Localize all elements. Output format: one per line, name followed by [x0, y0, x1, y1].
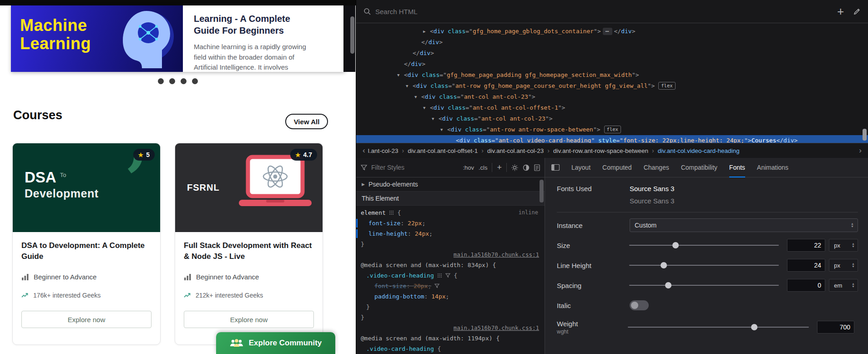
tab-fonts[interactable]: Fonts: [729, 158, 745, 177]
media-query[interactable]: @media screen and (max-width: 1194px) {: [356, 333, 545, 344]
carousel-dot[interactable]: [169, 78, 175, 84]
course-card-fullstack[interactable]: ★ 4.7 FSRNL: [175, 143, 323, 345]
size-unit-select[interactable]: px ▲▼: [829, 239, 858, 252]
selector-highlight-icon[interactable]: [437, 273, 442, 278]
selector-highlight-icon[interactable]: [389, 210, 394, 215]
weight-slider[interactable]: [628, 324, 809, 330]
tab-layout[interactable]: Layout: [571, 158, 590, 177]
explore-now-button[interactable]: Explore now: [21, 311, 151, 328]
css-declaration[interactable]: line-height: 24px;: [356, 228, 545, 239]
print-styles-icon[interactable]: [534, 164, 540, 171]
markup-line[interactable]: ▼<div class="ant-col ant-col-offset-1">: [356, 102, 868, 113]
overridden-filter-icon[interactable]: [434, 283, 439, 288]
tab-compatibility[interactable]: Compatibility: [681, 158, 717, 177]
expand-arrow[interactable]: ▼: [432, 113, 434, 124]
line-height-slider[interactable]: [629, 262, 779, 268]
search-bar[interactable]: Search HTML +: [356, 0, 868, 23]
toggle-class-button[interactable]: .cls: [479, 164, 488, 171]
code-token: =": [616, 137, 623, 143]
toggle-hover-button[interactable]: :hov: [463, 164, 474, 171]
instance-select[interactable]: Custom ▲▼: [630, 218, 858, 232]
markup-line[interactable]: ▶<div class="gfg_home_page_gblog_dots_co…: [356, 26, 868, 37]
expand-arrow[interactable]: ▼: [423, 102, 425, 113]
sidebar-toggle-icon[interactable]: [551, 164, 560, 171]
expand-arrow[interactable]: ▼: [406, 81, 408, 91]
spacing-slider[interactable]: [629, 282, 779, 288]
css-declaration[interactable]: padding-bottom: 14px;: [356, 291, 545, 302]
view-all-button[interactable]: View All: [285, 114, 328, 129]
css-declaration[interactable]: font-size: 20px;: [356, 281, 545, 291]
markup-line[interactable]: ▼<div class="ant-row ant-row-space-betwe…: [356, 124, 868, 135]
filter-styles-input[interactable]: Filter Styles: [371, 164, 404, 171]
markup-line[interactable]: </div>: [356, 37, 868, 48]
slider-thumb[interactable]: [751, 324, 757, 330]
course-card-dsa[interactable]: ★ 5 DSATo Development ’ DSA to Developme…: [12, 143, 161, 345]
tab-animations[interactable]: Animations: [757, 158, 788, 177]
breadcrumb-item[interactable]: div.ant-col.ant-col-offset-1: [408, 147, 478, 154]
size-slider[interactable]: [629, 242, 779, 248]
breadcrumb-scroll-left[interactable]: ‹: [360, 146, 368, 155]
expand-arrow[interactable]: ▶: [362, 182, 365, 187]
breadcrumb-item[interactable]: div.ant-col.video-card-heading: [658, 147, 740, 154]
breadcrumb-item[interactable]: div.ant-col.ant-col-23: [487, 147, 544, 154]
flex-badge[interactable]: flex: [604, 126, 621, 133]
weight-value-input[interactable]: 700: [817, 321, 854, 334]
carousel-dot[interactable]: [158, 78, 164, 84]
carousel-dot[interactable]: [192, 78, 198, 84]
stylesheet-link[interactable]: main.1a516b70.chunk.css:1: [454, 324, 539, 331]
flex-badge[interactable]: flex: [658, 82, 675, 90]
expand-arrow[interactable]: ▼: [397, 70, 399, 81]
css-line[interactable]: }: [356, 302, 545, 312]
css-line[interactable]: }: [356, 239, 545, 249]
dark-scheme-icon[interactable]: [523, 164, 530, 171]
size-value-input[interactable]: 22: [787, 239, 825, 252]
add-node-icon[interactable]: +: [833, 6, 848, 17]
css-rule-selector[interactable]: .video-card-heading {: [356, 270, 545, 281]
pen-icon[interactable]: [853, 8, 861, 15]
rules-scrollbar[interactable]: [540, 180, 544, 202]
explore-now-button[interactable]: Explore now: [184, 311, 314, 328]
slider-thumb[interactable]: [672, 242, 679, 248]
breadcrumb-item[interactable]: l.ant-col-23: [368, 147, 399, 154]
collapsed-children-badge[interactable]: ⋯: [603, 28, 612, 35]
instance-row: Instance Custom ▲▼: [557, 215, 858, 235]
markup-line-selected[interactable]: <div class="ant-col video-card-heading" …: [356, 135, 868, 143]
expand-arrow[interactable]: ▶: [423, 26, 425, 37]
tab-computed[interactable]: Computed: [602, 158, 632, 177]
slider-thumb[interactable]: [661, 262, 667, 268]
markup-line[interactable]: ▼<div class="gfg_home_page_padding gfg_h…: [356, 70, 868, 81]
page-scrollbar[interactable]: [350, 16, 354, 54]
css-rule-selector[interactable]: .video-card-heading {: [356, 344, 545, 354]
css-rule-selector[interactable]: element {inline: [356, 207, 545, 218]
slider-thumb[interactable]: [665, 282, 671, 288]
explore-community-button[interactable]: Explore Community: [216, 332, 335, 354]
line-height-unit-select[interactable]: px ▲▼: [829, 259, 858, 272]
css-line[interactable]: }: [356, 312, 545, 323]
spacing-value-input[interactable]: 0: [787, 279, 825, 292]
media-query[interactable]: @media screen and (max-width: 834px) {: [356, 260, 545, 270]
light-scheme-icon[interactable]: [511, 164, 518, 171]
css-declaration[interactable]: font-size: 22px;: [356, 218, 545, 228]
breadcrumb-scroll-right[interactable]: ›: [856, 146, 864, 155]
search-input[interactable]: Search HTML: [375, 8, 828, 15]
italic-toggle[interactable]: [630, 300, 649, 310]
markup-scrollbar[interactable]: [863, 129, 867, 141]
pseudo-elements-header[interactable]: ▶ Pseudo-elements: [356, 177, 545, 192]
expand-arrow[interactable]: ▼: [414, 91, 417, 102]
ml-head-illustration: [107, 6, 182, 72]
new-rule-button[interactable]: +: [497, 163, 502, 172]
carousel-dot[interactable]: [181, 78, 187, 84]
markup-line[interactable]: ▼<div class="ant-row gfg_home_page_cours…: [356, 81, 868, 91]
stylesheet-link[interactable]: main.1a516b70.chunk.css:1: [454, 251, 539, 258]
breadcrumb-item[interactable]: div.ant-row.ant-row-space-between: [553, 147, 648, 154]
markup-line[interactable]: ▼<div class="ant-col ant-col-23">: [356, 91, 868, 102]
selector-filter-icon[interactable]: [445, 273, 450, 278]
markup-line[interactable]: </div>: [356, 59, 868, 70]
markup-line[interactable]: ▼<div class="ant-col ant-col-23">: [356, 113, 868, 124]
markup-line[interactable]: </div>: [356, 48, 868, 59]
expand-arrow[interactable]: ▼: [440, 124, 443, 135]
tab-changes[interactable]: Changes: [644, 158, 669, 177]
line-height-value-input[interactable]: 24: [787, 259, 825, 272]
carousel-slide[interactable]: Machine Learning Learning - A Complete G…: [11, 5, 345, 72]
spacing-unit-select[interactable]: em ▲▼: [829, 279, 858, 292]
